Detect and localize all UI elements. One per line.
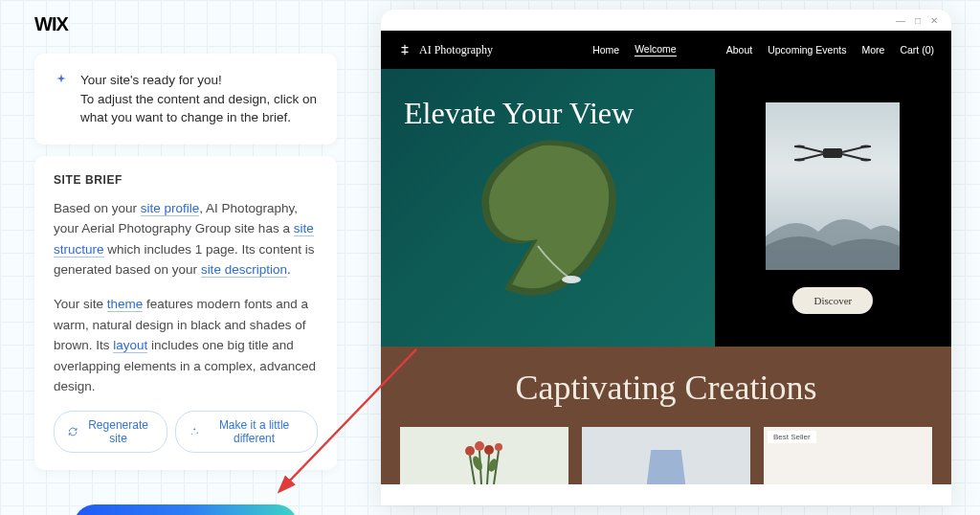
regenerate-button[interactable]: Regenerate site <box>54 411 167 453</box>
wix-logo: WIX <box>34 13 68 35</box>
maximize-icon[interactable]: □ <box>915 15 921 26</box>
side-panel: Your site's ready for you! To adjust the… <box>34 54 337 515</box>
hero-left: Elevate Your View <box>381 69 715 347</box>
brief-paragraph-1: Based on your site profile, AI Photograp… <box>54 198 318 280</box>
close-icon[interactable]: ✕ <box>930 15 938 26</box>
site-description-link[interactable]: site description <box>201 262 287 278</box>
window-controls: — □ ✕ <box>381 10 951 31</box>
brand-icon <box>398 43 412 56</box>
site-preview-window: — □ ✕ AI Photography Home Welcome About … <box>381 10 951 505</box>
nav-welcome[interactable]: Welcome <box>635 43 677 56</box>
sparkle-icon <box>54 73 69 92</box>
ready-message: Your site's ready for you! To adjust the… <box>80 71 318 127</box>
nav-events[interactable]: Upcoming Events <box>768 44 846 56</box>
products-row: Best Seller <box>400 427 932 484</box>
svg-point-14 <box>495 443 502 451</box>
product-card[interactable] <box>400 427 568 484</box>
flowers-image <box>451 437 518 484</box>
brief-paragraph-2: Your site theme features modern fonts an… <box>54 294 318 397</box>
site-profile-link[interactable]: site profile <box>141 201 200 216</box>
nav-about[interactable]: About <box>726 44 752 56</box>
nav-more[interactable]: More <box>861 44 884 56</box>
island-image <box>447 122 648 313</box>
product-card[interactable]: Best Seller <box>764 427 932 484</box>
make-different-button[interactable]: Make it a little different <box>175 411 318 453</box>
creations-section: Captivating Creations Best Seller <box>381 347 951 484</box>
brief-card: SITE BRIEF Based on your site profile, A… <box>34 156 337 470</box>
discover-button[interactable]: Discover <box>792 287 873 314</box>
action-pills: Regenerate site Make it a little differe… <box>54 411 318 453</box>
nav-home[interactable]: Home <box>592 44 619 56</box>
svg-point-12 <box>475 441 484 451</box>
bag-image <box>645 441 688 484</box>
preview-topnav: AI Photography Home Welcome About Upcomi… <box>381 31 951 69</box>
svg-rect-2 <box>823 148 842 158</box>
hero-section: Elevate Your View Discover <box>381 69 951 347</box>
product-card[interactable] <box>582 427 750 484</box>
brief-title: SITE BRIEF <box>54 173 318 187</box>
nav-cart[interactable]: Cart (0) <box>900 44 934 56</box>
hero-right: Discover <box>715 69 951 347</box>
layout-link[interactable]: layout <box>113 338 147 353</box>
theme-link[interactable]: theme <box>107 297 144 312</box>
svg-point-13 <box>484 445 494 455</box>
svg-point-11 <box>465 446 475 456</box>
continue-button[interactable]: Continue with this Design › <box>74 504 298 515</box>
drone-image <box>766 102 900 270</box>
preview-nav-links: Home Welcome About Upcoming Events More … <box>592 43 934 56</box>
preview-brand[interactable]: AI Photography <box>398 43 493 57</box>
minimize-icon[interactable]: — <box>896 15 905 26</box>
best-seller-badge: Best Seller <box>768 431 816 443</box>
ready-card: Your site's ready for you! To adjust the… <box>34 54 337 145</box>
creations-title: Captivating Creations <box>400 368 932 408</box>
